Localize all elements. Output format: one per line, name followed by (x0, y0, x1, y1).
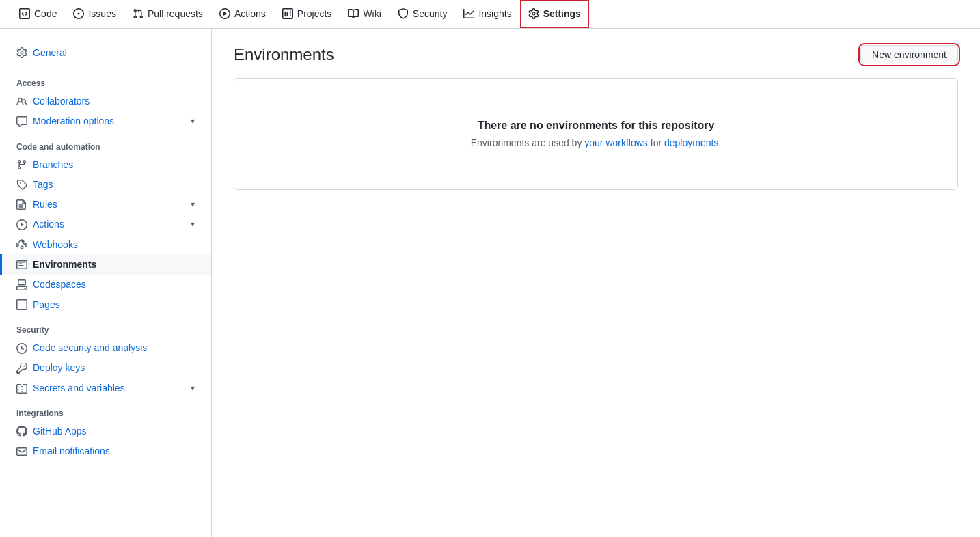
sidebar-webhooks-label: Webhooks (33, 239, 78, 250)
pull-requests-icon (133, 8, 144, 19)
nav-code-label: Code (34, 8, 57, 19)
page-layout: General Access Collaborators Moderation … (0, 29, 980, 537)
sidebar-item-general[interactable]: General (0, 42, 211, 62)
sidebar-item-email-notifications[interactable]: Email notifications (0, 441, 211, 460)
empty-state-description: Environments are used by your workflows … (471, 137, 722, 148)
nav-settings-label: Settings (543, 8, 581, 19)
sidebar-actions-label: Actions (33, 219, 64, 230)
nav-actions-label: Actions (234, 8, 266, 19)
new-environment-button[interactable]: New environment (860, 45, 958, 64)
branches-icon (16, 159, 27, 170)
chevron-down-icon-rules: ▾ (191, 199, 195, 209)
empty-state-workflows-link[interactable]: your workflows (584, 137, 648, 148)
sidebar-environments-label: Environments (33, 259, 96, 270)
sidebar-github-apps-label: GitHub Apps (33, 426, 87, 437)
nav-pull-requests[interactable]: Pull requests (124, 0, 211, 28)
sidebar-item-tags[interactable]: Tags (0, 174, 211, 194)
deploy-keys-icon (16, 362, 27, 374)
environments-icon (16, 258, 27, 270)
section-integrations: Integrations (0, 398, 211, 421)
email-icon (16, 445, 27, 456)
section-code-automation: Code and automation (0, 131, 211, 154)
webhooks-icon (16, 238, 27, 250)
sidebar-item-branches[interactable]: Branches (0, 154, 211, 174)
nav-pull-requests-label: Pull requests (148, 8, 203, 19)
security-icon (398, 8, 409, 19)
sidebar-item-webhooks[interactable]: Webhooks (0, 234, 211, 254)
nav-issues[interactable]: Issues (65, 0, 124, 28)
empty-state-desc-before: Environments are used by (471, 137, 585, 148)
sidebar-item-environments[interactable]: Environments (0, 254, 211, 274)
secrets-icon (16, 382, 27, 394)
sidebar-pages-label: Pages (33, 299, 60, 310)
nav-projects-label: Projects (297, 8, 332, 19)
nav-insights[interactable]: Insights (455, 0, 519, 28)
sidebar-item-rules[interactable]: Rules ▾ (0, 194, 211, 214)
rules-icon (16, 198, 27, 210)
nav-security-label: Security (413, 8, 448, 19)
page-header: Environments New environment (234, 45, 958, 64)
page-title: Environments (234, 45, 334, 64)
sidebar-branches-label: Branches (33, 159, 73, 170)
sidebar-item-secrets[interactable]: Secrets and variables ▾ (0, 378, 211, 398)
empty-state-desc-after: . (718, 137, 721, 148)
github-apps-icon (16, 425, 27, 437)
section-access: Access (0, 68, 211, 91)
chevron-down-icon: ▾ (191, 116, 195, 126)
sidebar-deploy-keys-label: Deploy keys (33, 362, 85, 373)
pages-icon (16, 299, 27, 310)
nav-security[interactable]: Security (390, 0, 456, 28)
nav-issues-label: Issues (88, 8, 115, 19)
sidebar-general-label: General (33, 47, 67, 58)
people-icon (16, 95, 27, 107)
sidebar-item-moderation[interactable]: Moderation options ▾ (0, 111, 211, 131)
report-icon (16, 115, 27, 127)
actions-icon (219, 8, 230, 19)
sidebar-item-codespaces[interactable]: Codespaces (0, 275, 211, 294)
sidebar-moderation-label: Moderation options (33, 115, 114, 126)
nav-insights-label: Insights (478, 8, 511, 19)
insights-icon (463, 8, 474, 19)
nav-projects[interactable]: Projects (274, 0, 340, 28)
sidebar-item-code-security[interactable]: Code security and analysis (0, 338, 211, 357)
main-content: Environments New environment There are n… (212, 29, 980, 537)
tags-icon (16, 178, 27, 190)
nav-wiki-label: Wiki (363, 8, 381, 19)
actions-sidebar-icon (16, 219, 27, 230)
nav-actions[interactable]: Actions (211, 0, 274, 28)
code-icon (19, 8, 30, 19)
issues-icon (73, 8, 84, 19)
gear-icon (16, 46, 27, 58)
nav-wiki[interactable]: Wiki (340, 0, 389, 28)
section-security: Security (0, 314, 211, 338)
projects-icon (282, 8, 293, 19)
sidebar-email-notifications-label: Email notifications (33, 445, 110, 456)
sidebar-tags-label: Tags (33, 179, 53, 190)
wiki-icon (348, 8, 359, 19)
nav-code[interactable]: Code (11, 0, 65, 28)
sidebar-item-collaborators[interactable]: Collaborators (0, 91, 211, 111)
codespaces-icon (16, 279, 27, 290)
empty-state-desc-middle: for (648, 137, 664, 148)
sidebar-codespaces-label: Codespaces (33, 279, 86, 290)
sidebar-collaborators-label: Collaborators (33, 96, 90, 107)
sidebar-item-deploy-keys[interactable]: Deploy keys (0, 358, 211, 378)
empty-state-title: There are no environments for this repos… (478, 120, 715, 132)
sidebar-rules-label: Rules (33, 199, 57, 210)
empty-state-box: There are no environments for this repos… (234, 78, 958, 190)
settings-icon (528, 8, 539, 19)
chevron-down-icon-secrets: ▾ (191, 383, 195, 393)
sidebar: General Access Collaborators Moderation … (0, 29, 212, 537)
sidebar-code-security-label: Code security and analysis (33, 342, 147, 353)
top-navigation: Code Issues Pull requests Actions Projec… (0, 0, 980, 29)
code-security-icon (16, 342, 27, 353)
sidebar-item-actions[interactable]: Actions ▾ (0, 215, 211, 234)
chevron-down-icon-actions: ▾ (191, 219, 195, 229)
empty-state-deployments-link[interactable]: deployments (664, 137, 718, 148)
sidebar-secrets-label: Secrets and variables (33, 383, 125, 394)
sidebar-item-github-apps[interactable]: GitHub Apps (0, 421, 211, 441)
nav-settings[interactable]: Settings (520, 0, 589, 28)
sidebar-item-pages[interactable]: Pages (0, 294, 211, 314)
